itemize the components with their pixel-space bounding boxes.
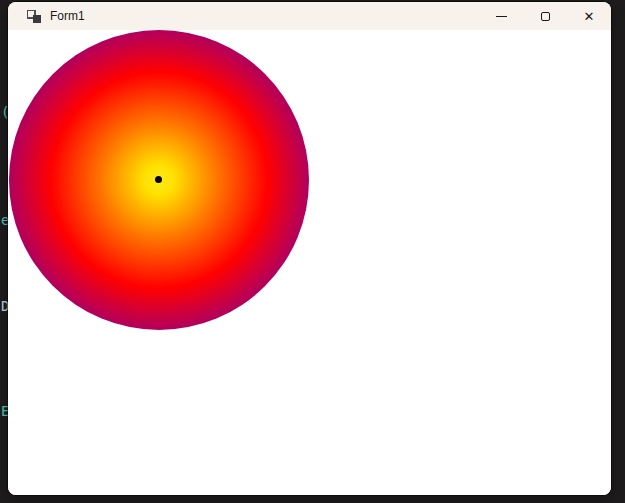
circle-center-dot <box>155 176 162 183</box>
close-button[interactable]: ✕ <box>567 2 611 30</box>
title-bar[interactable]: Form1 ✕ <box>8 2 611 30</box>
form-canvas[interactable] <box>8 30 611 495</box>
minimize-icon <box>496 16 507 17</box>
maximize-icon <box>541 12 550 21</box>
maximize-button[interactable] <box>523 2 567 30</box>
close-icon: ✕ <box>584 10 595 23</box>
desktop-background: (6 e D E Form1 ✕ <box>0 0 625 503</box>
form-window-icon <box>27 10 41 23</box>
window-title: Form1 <box>50 9 479 23</box>
minimize-button[interactable] <box>479 2 523 30</box>
app-window: Form1 ✕ <box>8 2 611 495</box>
window-controls: ✕ <box>479 2 611 30</box>
